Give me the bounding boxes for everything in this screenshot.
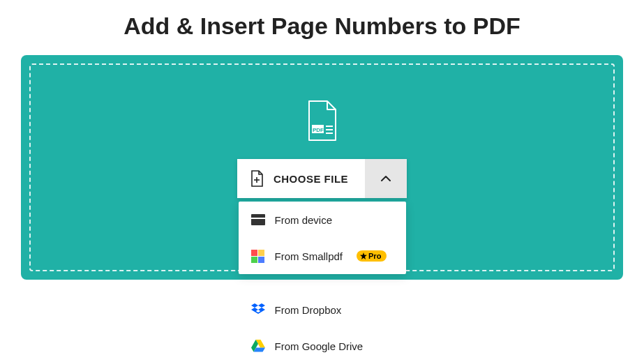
star-icon <box>360 252 367 259</box>
file-add-icon <box>250 170 264 187</box>
menu-item-label: From Google Drive <box>275 340 364 352</box>
google-drive-icon <box>251 339 265 353</box>
menu-item-label: From Dropbox <box>275 304 342 316</box>
dropzone[interactable]: PDF CHOOSE FILE <box>29 63 615 271</box>
svg-marker-9 <box>258 303 265 308</box>
source-option-dropbox[interactable]: From Dropbox <box>239 292 406 328</box>
smallpdf-icon <box>251 249 265 263</box>
svg-marker-8 <box>251 303 258 308</box>
source-dropdown-menu: From device From Smallpdf Pro <box>239 202 406 274</box>
source-option-smallpdf[interactable]: From Smallpdf Pro <box>239 238 406 274</box>
dropbox-icon <box>251 303 265 317</box>
pro-label: Pro <box>368 252 381 260</box>
choose-file-row: CHOOSE FILE <box>237 159 407 198</box>
page-title: Add & Insert Page Numbers to PDF <box>0 0 644 48</box>
pdf-file-icon: PDF <box>305 100 340 142</box>
source-option-device[interactable]: From device <box>239 202 406 238</box>
upload-panel: PDF CHOOSE FILE <box>21 55 623 280</box>
pro-badge: Pro <box>357 250 387 262</box>
menu-item-label: From device <box>275 214 333 226</box>
menu-item-label: From Smallpdf <box>275 250 343 262</box>
svg-text:PDF: PDF <box>313 127 324 133</box>
svg-marker-7 <box>360 252 367 259</box>
chevron-up-icon <box>380 172 392 185</box>
choose-file-label: CHOOSE FILE <box>274 173 348 185</box>
folder-icon <box>251 213 265 227</box>
source-dropdown-menu-overflow: From Dropbox From Google Drive <box>239 292 406 355</box>
choose-file-button[interactable]: CHOOSE FILE <box>237 159 365 198</box>
source-option-google-drive[interactable]: From Google Drive <box>239 328 406 355</box>
source-dropdown-toggle[interactable] <box>365 159 407 198</box>
